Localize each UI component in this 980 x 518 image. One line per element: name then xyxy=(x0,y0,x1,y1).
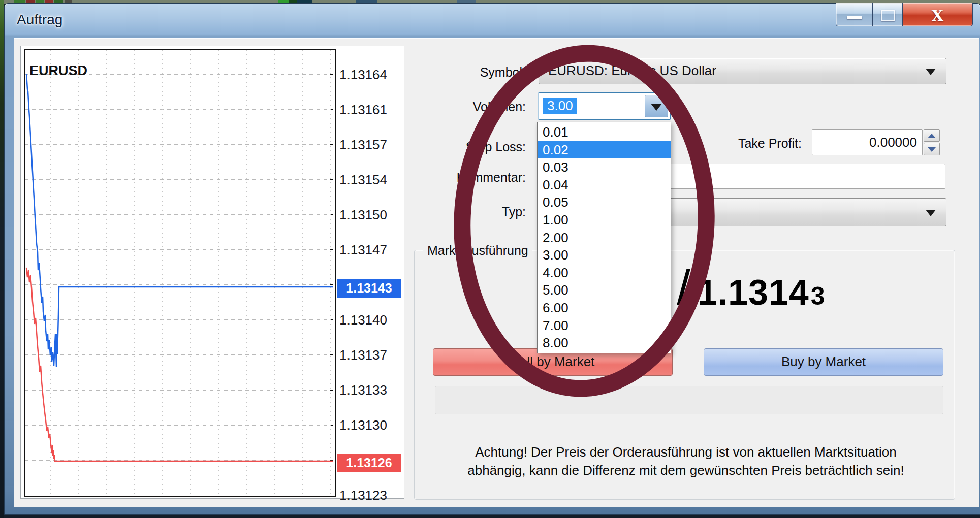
tick-chart xyxy=(24,49,336,497)
bid-line xyxy=(26,268,333,461)
volume-label: Volumen: xyxy=(417,100,526,114)
price-axis-label: 1.13154 xyxy=(339,171,400,188)
maximize-icon xyxy=(881,10,895,21)
ask-price-tag: 1.13143 xyxy=(337,279,401,298)
minimize-button[interactable] xyxy=(836,3,873,26)
chevron-down-icon xyxy=(926,69,936,75)
price-axis-label: 1.13137 xyxy=(339,346,400,364)
volume-option[interactable]: 0.01 xyxy=(538,123,671,141)
current-price-display: / 1.1314 3 xyxy=(677,260,825,316)
warning-line-1: Achtung! Der Preis der Orderausführung i… xyxy=(422,443,950,461)
chevron-down-icon xyxy=(651,104,662,111)
volume-option[interactable]: 4.00 xyxy=(538,264,671,282)
window-title: Auftrag xyxy=(17,12,62,28)
bid-price-tag: 1.13126 xyxy=(337,454,401,472)
volume-option[interactable]: 5.00 xyxy=(538,281,671,299)
close-button[interactable]: X xyxy=(902,3,973,26)
volume-dropdown-list[interactable]: 0.010.020.030.040.051.002.003.004.005.00… xyxy=(537,122,671,353)
execution-warning-text: Achtung! Der Preis der Orderausführung i… xyxy=(422,443,950,479)
price-axis-label: 1.13157 xyxy=(339,136,400,153)
volume-option[interactable]: 1.00 xyxy=(538,211,671,229)
ask-price-last-digit: 3 xyxy=(811,281,825,311)
price-axis-label: 1.13164 xyxy=(339,66,400,83)
take-profit-label: Take Profit: xyxy=(709,136,802,151)
warning-line-2: abhängig, kann die Differenz mit dem gew… xyxy=(422,461,950,479)
close-icon: X xyxy=(932,7,943,24)
arrow-up-icon xyxy=(928,134,936,138)
volume-option[interactable]: 0.05 xyxy=(538,193,671,211)
volume-option[interactable]: 6.00 xyxy=(538,299,671,317)
volume-option[interactable]: 8.00 xyxy=(538,334,671,352)
comment-label: Kommentar: xyxy=(417,170,526,185)
order-status-bar xyxy=(435,386,943,414)
volume-combobox[interactable]: 3.00 xyxy=(539,92,671,120)
chart-symbol-label: EURUSD xyxy=(29,63,87,79)
volume-option[interactable]: 0.02 xyxy=(538,141,671,159)
volume-dropdown-button[interactable] xyxy=(645,95,668,117)
price-axis-label: 1.13123 xyxy=(339,487,400,504)
arrow-down-icon xyxy=(928,147,936,152)
volume-option[interactable]: 2.00 xyxy=(538,229,671,247)
volume-option[interactable]: 7.00 xyxy=(538,317,671,335)
ask-line xyxy=(26,74,333,367)
symbol-select-value: EURUSD: Euro vs US Dollar xyxy=(548,58,716,83)
spinner-up-button[interactable] xyxy=(924,129,940,142)
type-label: Typ: xyxy=(417,205,526,219)
stop-loss-label: Stop Loss: xyxy=(417,140,526,154)
price-axis-label: 1.13150 xyxy=(339,206,400,223)
minimize-icon xyxy=(847,16,862,19)
price-axis-label: 1.13130 xyxy=(339,416,400,434)
take-profit-spinner xyxy=(924,129,940,155)
take-profit-input[interactable] xyxy=(812,129,923,155)
buy-by-market-button[interactable]: Buy by Market xyxy=(704,348,943,376)
volume-option[interactable]: 3.00 xyxy=(538,246,671,264)
price-axis-label: 1.13133 xyxy=(339,381,400,399)
symbol-label: Symbol: xyxy=(417,65,526,80)
volume-option[interactable]: 0.03 xyxy=(538,158,671,176)
market-execution-label: Markt-Ausführung xyxy=(423,243,532,258)
price-axis-label: 1.13161 xyxy=(339,101,400,118)
spinner-down-button[interactable] xyxy=(924,143,940,155)
volume-combobox-value: 3.00 xyxy=(543,98,577,114)
background-left-edge xyxy=(0,0,4,518)
price-axis-label: 1.13140 xyxy=(339,311,400,329)
chevron-down-icon xyxy=(926,210,936,216)
ask-price-big: 1.1314 xyxy=(698,272,809,313)
price-axis-label: 1.13147 xyxy=(339,241,400,258)
symbol-select[interactable]: EURUSD: Euro vs US Dollar xyxy=(539,58,946,84)
chart-gridlines xyxy=(25,50,333,494)
volume-option[interactable]: 0.04 xyxy=(538,176,671,194)
price-separator: / xyxy=(677,260,690,316)
maximize-button[interactable] xyxy=(872,3,903,26)
